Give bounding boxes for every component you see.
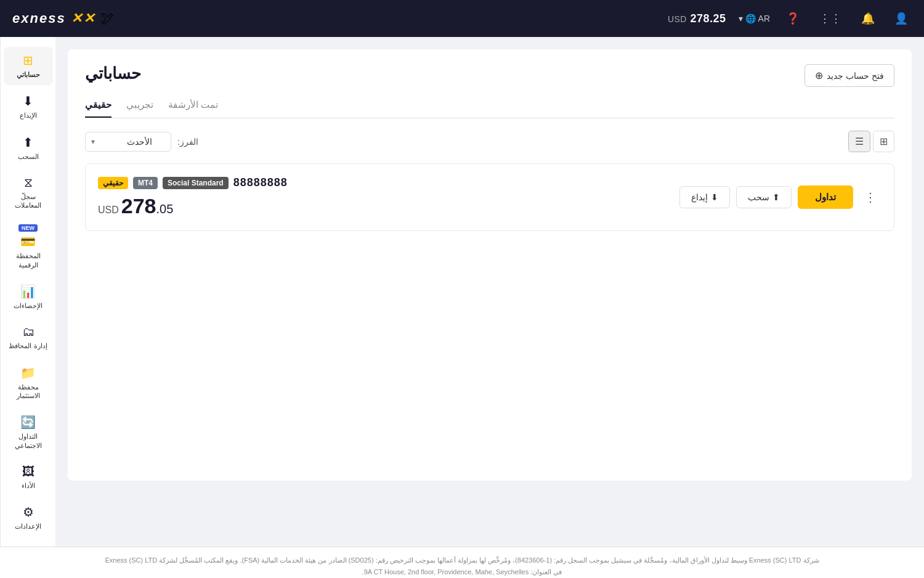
sidebar-label-withdraw: السحب xyxy=(18,152,39,161)
main-layout: فتح حساب جديد ⊕ حساباتي تمت الأرشفة تجري… xyxy=(0,37,924,547)
sidebar-item-withdraw[interactable]: ⬆ السحب xyxy=(4,129,53,167)
topnav: 👤 🔔 ⋮⋮ ❓ AR 🌐 ▾ USD 278.25 🕊 ✕✕ exness xyxy=(0,0,924,37)
open-account-button[interactable]: فتح حساب جديد ⊕ xyxy=(804,64,894,87)
profile-icon[interactable]: 👤 xyxy=(891,8,912,29)
page-title: حساباتي xyxy=(85,64,141,83)
withdraw-icon: ⬆ xyxy=(772,192,780,202)
deposit-icon: ⬇ xyxy=(711,192,718,202)
account-balance: USD278.05 xyxy=(98,194,173,218)
digital-wallet-icon: 💳 xyxy=(20,234,36,249)
trade-button[interactable]: تداول xyxy=(798,185,853,209)
footer-text2: في العنوان: 9A CT House, 2nd floor, Prov… xyxy=(12,566,912,578)
logo-text: ✕✕ exness xyxy=(12,10,95,26)
view-toggles: ⊞ ☰ xyxy=(848,131,894,152)
stats-icon: 📊 xyxy=(20,284,36,299)
tab-demo[interactable]: تجريبي xyxy=(126,99,153,118)
sidebar-label-transactions: سجلّ المعاملات xyxy=(7,192,49,210)
filter-label: الفرز: xyxy=(177,137,198,147)
bell-icon[interactable]: 🔔 xyxy=(857,8,878,29)
settings-icon: ⚙ xyxy=(23,505,34,519)
sidebar-label-investment: محفظة الاستثمار xyxy=(7,383,49,401)
deposit-button[interactable]: ⬇ إيداع xyxy=(679,186,730,208)
sidebar-item-stats[interactable]: 📊 الإحصاءات xyxy=(4,278,53,316)
balance-amount: 278 xyxy=(690,12,710,25)
balance-decimal-part: .05 xyxy=(156,202,174,216)
help-icon[interactable]: ❓ xyxy=(782,8,803,29)
open-account-label: فتح حساب جديد xyxy=(827,71,884,81)
footer: شركة Exness (SC) LTD وسيط لتداول الأوراق… xyxy=(0,547,924,578)
sidebar-item-investment[interactable]: 📁 محفظة الاستثمار xyxy=(4,359,53,407)
sidebar-label-accounts: حساباتي xyxy=(17,70,40,79)
tab-archived[interactable]: تمت الأرشفة xyxy=(168,99,218,118)
sidebar-item-performance[interactable]: 🖼 الأداء xyxy=(4,458,53,496)
sidebar: ⊞ حساباتي ⬇ الإيداع ⬆ السحب ⧖ سجلّ المعا… xyxy=(0,37,55,547)
sidebar-item-portfolios[interactable]: 🗂 إدارة المحافظ xyxy=(4,319,53,356)
more-options-icon[interactable]: ⋮ xyxy=(859,187,881,207)
sidebar-item-digital-wallet[interactable]: NEW 💳 المحفظة الرقمية xyxy=(4,218,53,275)
sidebar-item-accounts[interactable]: ⊞ حساباتي xyxy=(4,47,53,85)
tab-real[interactable]: حقيقي xyxy=(85,99,111,118)
deposit-icon: ⬇ xyxy=(23,94,33,108)
portfolios-icon: 🗂 xyxy=(22,325,34,339)
lang-code: AR xyxy=(758,14,770,23)
investment-icon: 📁 xyxy=(20,365,36,380)
lang-selector[interactable]: AR 🌐 ▾ xyxy=(739,14,770,23)
balance-display: USD 278.25 xyxy=(668,12,726,25)
withdraw-button[interactable]: ⬆ سحب xyxy=(736,186,792,208)
sidebar-label-performance: الأداء xyxy=(22,481,35,490)
sidebar-label-deposit: الإيداع xyxy=(20,111,37,120)
balance-currency: USD xyxy=(98,205,119,215)
account-info: 88888888 Social Standard MT4 حقيقي USD27… xyxy=(98,176,288,218)
withdraw-label: سحب xyxy=(748,192,769,202)
grid-view-button[interactable]: ⊞ xyxy=(873,131,894,152)
accounts-icon: ⊞ xyxy=(23,53,33,68)
badge-mt4: MT4 xyxy=(133,177,158,189)
sidebar-label-digital-wallet: المحفظة الرقمية xyxy=(7,251,49,269)
account-actions: ⋮ تداول ⬆ سحب ⬇ إيداع xyxy=(679,185,881,209)
footer-text1: شركة Exness (SC) LTD وسيط لتداول الأوراق… xyxy=(12,555,912,566)
lang-chevron: ▾ xyxy=(739,14,743,23)
sidebar-label-settings: الإعدادات xyxy=(15,522,41,531)
grid-icon[interactable]: ⋮⋮ xyxy=(816,8,845,29)
social-trading-icon: 🔄 xyxy=(20,415,36,429)
sidebar-label-social-trading: التداول الاجتماعي xyxy=(7,432,49,450)
page-header: فتح حساب جديد ⊕ حساباتي xyxy=(85,64,894,87)
account-card: ⋮ تداول ⬆ سحب ⬇ إيداع 88888888 Social St… xyxy=(85,163,894,231)
badge-social-standard: Social Standard xyxy=(163,177,229,189)
balance-whole: 278 xyxy=(121,194,156,218)
badge-real: حقيقي xyxy=(98,177,128,189)
account-tags: 88888888 Social Standard MT4 حقيقي xyxy=(98,176,288,189)
tabs-row: تمت الأرشفة تجريبي حقيقي xyxy=(85,99,894,118)
main-card: فتح حساب جديد ⊕ حساباتي تمت الأرشفة تجري… xyxy=(68,49,912,481)
sidebar-label-portfolios: إدارة المحافظ xyxy=(9,341,47,350)
filter-right: الفرز: الأحدث الأقدم الرصيد xyxy=(85,132,198,152)
performance-icon: 🖼 xyxy=(22,465,34,479)
sort-select[interactable]: الأحدث الأقدم الرصيد xyxy=(85,132,171,152)
transactions-icon: ⧖ xyxy=(24,176,33,190)
list-view-button[interactable]: ☰ xyxy=(848,131,870,152)
sort-select-wrapper: الأحدث الأقدم الرصيد xyxy=(85,132,171,152)
logo-bird-icon: 🕊 xyxy=(100,10,114,26)
sidebar-item-social-trading[interactable]: 🔄 التداول الاجتماعي xyxy=(4,409,53,456)
deposit-label: إيداع xyxy=(691,192,708,202)
plus-icon: ⊕ xyxy=(815,70,823,81)
withdraw-icon: ⬆ xyxy=(23,135,33,150)
sidebar-item-settings[interactable]: ⚙ الإعدادات xyxy=(4,499,53,537)
filter-row: ⊞ ☰ الفرز: الأحدث الأقدم الرصيد xyxy=(85,131,894,152)
sidebar-label-stats: الإحصاءات xyxy=(14,301,43,310)
sidebar-item-deposit[interactable]: ⬇ الإيداع xyxy=(4,88,53,126)
content-area: فتح حساب جديد ⊕ حساباتي تمت الأرشفة تجري… xyxy=(55,37,924,547)
sidebar-item-transactions[interactable]: ⧖ سجلّ المعاملات xyxy=(4,169,53,216)
logo-area: 🕊 ✕✕ exness xyxy=(12,10,114,26)
new-badge: NEW xyxy=(18,224,38,232)
globe-icon: 🌐 xyxy=(745,14,756,23)
topnav-left: 👤 🔔 ⋮⋮ ❓ AR 🌐 ▾ USD 278.25 xyxy=(668,8,912,29)
balance-decimal: .25 xyxy=(710,12,726,25)
account-number: 88888888 xyxy=(233,176,288,189)
